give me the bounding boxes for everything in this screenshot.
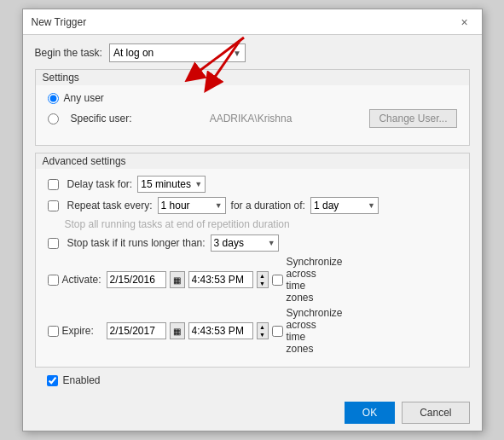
activate-checkbox[interactable]: [48, 275, 59, 286]
begin-task-value: At log on: [113, 47, 154, 59]
activate-time-field[interactable]: [188, 271, 253, 288]
settings-section: Settings Any user Specific user: AADRIKA…: [35, 69, 470, 146]
specific-user-label: Specific user:: [71, 113, 132, 124]
delay-value: 15 minutes: [141, 178, 191, 190]
enabled-row: Enabled: [35, 374, 470, 386]
repeat-value: 1 hour: [161, 200, 190, 211]
chevron-down-icon: ▼: [194, 180, 202, 188]
delay-task-dropdown[interactable]: 15 minutes ▼: [137, 176, 206, 193]
activate-label: Activate:: [62, 274, 103, 286]
settings-section-label: Settings: [36, 70, 469, 85]
activate-row: Activate: ▦ ▲ ▼ Synchronize across time …: [48, 256, 457, 304]
specific-user-radio-row: Specific user: AADRIKA\Krishna Change Us…: [48, 109, 457, 128]
dialog-footer: OK Cancel: [23, 395, 482, 431]
repeat-task-dropdown[interactable]: 1 hour ▼: [158, 197, 226, 214]
activate-sync-row: Synchronize across time zones: [272, 256, 327, 304]
activate-sync-checkbox[interactable]: [272, 275, 283, 286]
duration-for-label: for a duration of:: [231, 200, 305, 211]
new-trigger-dialog: New Trigger × Begin the task: At log on …: [22, 9, 483, 431]
delay-task-label: Delay task for:: [67, 178, 133, 190]
activate-sync-label: Synchronize across time zones: [287, 256, 327, 304]
expire-date-field[interactable]: [107, 322, 166, 339]
expire-sync-row: Synchronize across time zones: [272, 307, 327, 355]
stop-longer-value: 3 days: [214, 237, 244, 249]
spin-up-icon[interactable]: ▲: [258, 323, 268, 331]
expire-calendar-icon[interactable]: ▦: [170, 322, 185, 339]
ok-button[interactable]: OK: [345, 402, 395, 424]
expire-row: Expire: ▦ ▲ ▼ Synchronize across time zo…: [48, 307, 457, 355]
title-bar: New Trigger ×: [23, 9, 482, 35]
repeat-task-row: Repeat task every: 1 hour ▼ for a durati…: [48, 197, 457, 214]
expire-sync-label: Synchronize across time zones: [287, 307, 327, 355]
any-user-radio-row: Any user: [48, 92, 457, 104]
expire-label: Expire:: [62, 325, 103, 337]
any-user-label: Any user: [64, 92, 104, 104]
begin-task-label: Begin the task:: [35, 47, 102, 59]
stop-longer-checkbox[interactable]: [48, 238, 59, 249]
stop-all-row: Stop all running tasks at end of repetit…: [48, 218, 457, 230]
enabled-checkbox[interactable]: [47, 375, 58, 386]
duration-value: 1 day: [314, 200, 339, 211]
activate-time-spinner[interactable]: ▲ ▼: [257, 271, 269, 288]
stop-longer-dropdown[interactable]: 3 days ▼: [211, 234, 279, 252]
enabled-label: Enabled: [63, 374, 101, 386]
user-value: AADRIKA\Krishna: [139, 113, 363, 124]
expire-sync-checkbox[interactable]: [272, 326, 283, 337]
begin-task-row: Begin the task: At log on ▼: [35, 43, 470, 62]
begin-task-dropdown[interactable]: At log on ▼: [109, 43, 246, 62]
chevron-down-icon: ▼: [233, 49, 241, 58]
close-button[interactable]: ×: [456, 14, 473, 31]
advanced-settings-section: Advanced settings Delay task for: 15 min…: [35, 153, 470, 368]
chevron-down-icon: ▼: [215, 201, 223, 210]
expire-time-field[interactable]: [188, 322, 253, 339]
activate-date-field[interactable]: [107, 271, 166, 288]
delay-task-row: Delay task for: 15 minutes ▼: [48, 176, 457, 193]
spin-down-icon[interactable]: ▼: [258, 280, 268, 287]
stop-all-label: Stop all running tasks at end of repetit…: [65, 218, 290, 230]
delay-task-checkbox[interactable]: [48, 179, 59, 190]
cancel-button[interactable]: Cancel: [402, 402, 469, 424]
expire-checkbox[interactable]: [48, 326, 59, 337]
stop-longer-row: Stop task if it runs longer than: 3 days…: [48, 234, 457, 252]
activate-calendar-icon[interactable]: ▦: [170, 271, 185, 288]
specific-user-radio[interactable]: [48, 113, 59, 124]
repeat-task-label: Repeat task every:: [67, 200, 153, 211]
stop-longer-label: Stop task if it runs longer than:: [67, 237, 206, 249]
change-user-button[interactable]: Change User...: [369, 109, 456, 128]
spin-down-icon[interactable]: ▼: [258, 331, 268, 339]
expire-time-spinner[interactable]: ▲ ▼: [257, 322, 269, 339]
repeat-task-checkbox[interactable]: [48, 200, 59, 211]
advanced-section-label: Advanced settings: [36, 153, 469, 169]
spin-up-icon[interactable]: ▲: [258, 272, 268, 280]
chevron-down-icon: ▼: [268, 239, 275, 247]
chevron-down-icon: ▼: [368, 201, 375, 210]
duration-dropdown[interactable]: 1 day ▼: [310, 197, 379, 214]
dialog-title: New Trigger: [32, 16, 87, 28]
any-user-radio[interactable]: [48, 93, 59, 104]
